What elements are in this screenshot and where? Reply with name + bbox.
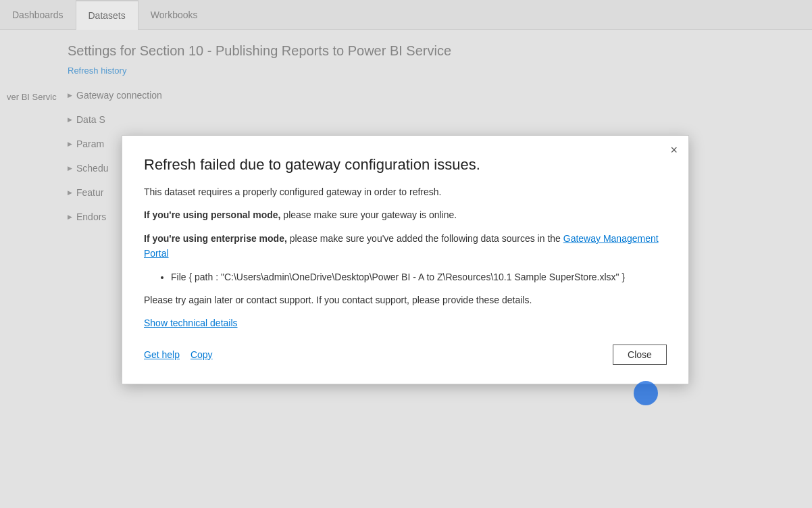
data-sources-list: File { path : "C:\Users\admin\OneDrive\D…	[171, 270, 667, 284]
modal-body: This dataset requires a properly configu…	[144, 184, 667, 331]
error-modal: × Refresh failed due to gateway configur…	[122, 135, 689, 384]
get-help-button[interactable]: Get help	[144, 349, 180, 360]
page-background: Dashboards Datasets Workbooks ver BI Ser…	[0, 0, 812, 508]
enterprise-mode-text: please make sure you've added the follow…	[287, 233, 563, 244]
close-button[interactable]: Close	[613, 345, 667, 365]
modal-close-icon[interactable]: ×	[670, 144, 678, 156]
personal-mode-paragraph: If you're using personal mode, please ma…	[144, 207, 667, 222]
enterprise-mode-paragraph: If you're using enterprise mode, please …	[144, 231, 667, 261]
personal-mode-text: please make sure your gateway is online.	[280, 209, 457, 220]
footer-links: Get help Copy	[144, 349, 613, 360]
show-technical-details-link[interactable]: Show technical details	[144, 318, 238, 328]
enterprise-mode-label: If you're using enterprise mode,	[144, 233, 287, 244]
support-text: Please try again later or contact suppor…	[144, 293, 667, 307]
file-path-item: File { path : "C:\Users\admin\OneDrive\D…	[171, 270, 667, 284]
personal-mode-label: If you're using personal mode,	[144, 209, 280, 220]
copy-button[interactable]: Copy	[191, 349, 213, 360]
modal-title: Refresh failed due to gateway configurat…	[144, 156, 667, 174]
description-text: This dataset requires a properly configu…	[144, 184, 667, 199]
modal-footer: Get help Copy Close	[144, 345, 667, 365]
